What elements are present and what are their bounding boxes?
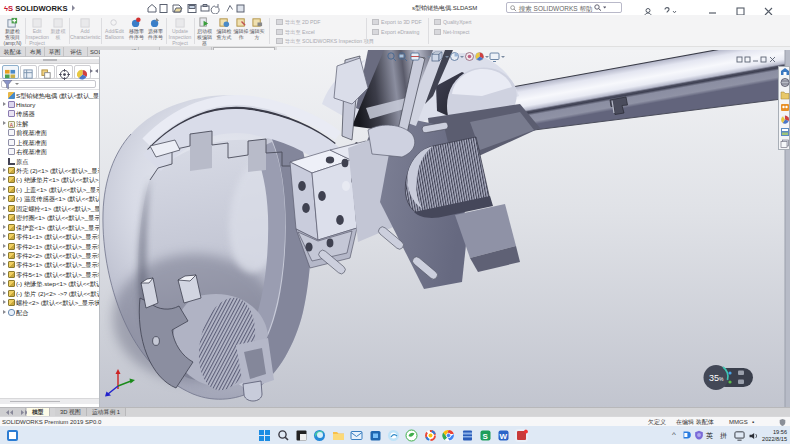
- svg-text:W: W: [500, 431, 508, 440]
- svg-text:S: S: [483, 431, 489, 440]
